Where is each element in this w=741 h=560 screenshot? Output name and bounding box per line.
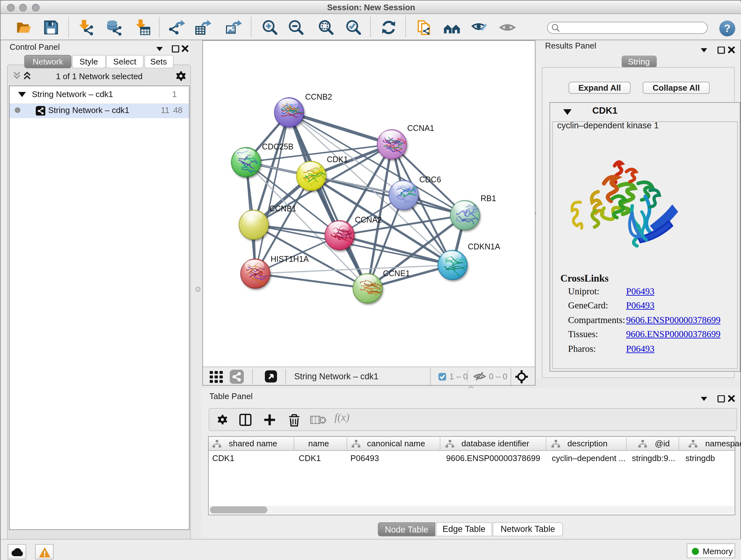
svg-text:CCNB1: CCNB1: [269, 204, 296, 213]
svg-text:CCNA1: CCNA1: [407, 124, 434, 132]
svg-text:CDC6: CDC6: [419, 175, 441, 184]
svg-text:HIST1H1A: HIST1H1A: [271, 254, 309, 263]
svg-text:CDK1: CDK1: [327, 155, 348, 164]
svg-text:RB1: RB1: [481, 194, 496, 203]
svg-text:CCNB2: CCNB2: [305, 92, 332, 101]
svg-text:CDKN1A: CDKN1A: [468, 242, 500, 251]
svg-text:CCNA2: CCNA2: [355, 215, 382, 224]
svg-text:CCNE1: CCNE1: [383, 269, 410, 278]
svg-text:CDC25B: CDC25B: [262, 142, 293, 151]
